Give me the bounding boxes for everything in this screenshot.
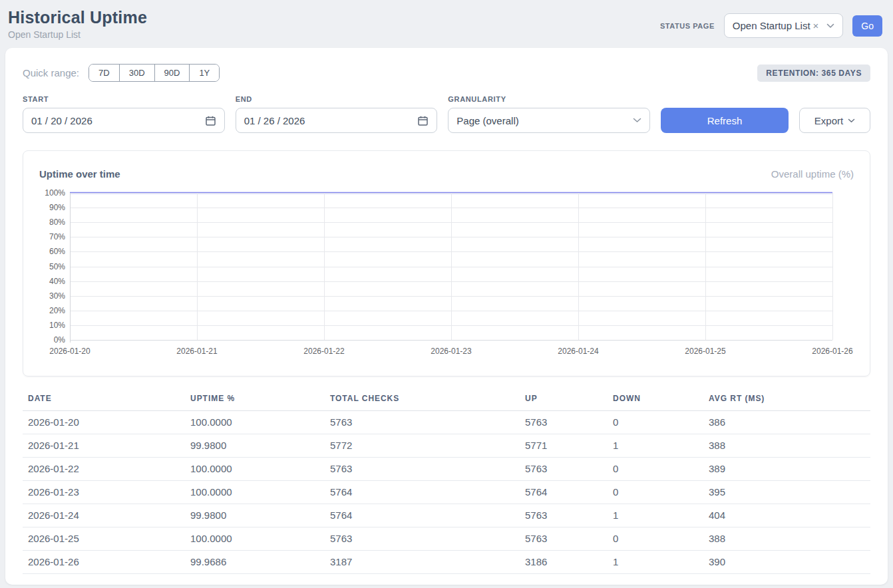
- chart-x-axis: 2026-01-202026-01-212026-01-222026-01-23…: [70, 344, 832, 360]
- table-cell: 5763: [520, 504, 608, 527]
- main-panel: Quick range: 7D30D90D1Y RETENTION: 365 D…: [5, 48, 888, 585]
- table-cell: 0: [608, 481, 703, 504]
- gridline-vertical: [578, 193, 579, 340]
- gridline-vertical: [70, 193, 71, 343]
- quick-range-7d-button[interactable]: 7D: [89, 65, 119, 81]
- status-page-select[interactable]: Open Startup List ×: [724, 13, 844, 38]
- x-axis-tick-label: 2026-01-26: [812, 347, 852, 356]
- table-row: 2026-01-23100.0000576457640395: [23, 481, 870, 504]
- table-header-row: DATEUPTIME %TOTAL CHECKSUPDOWNAVG RT (MS…: [23, 387, 870, 411]
- end-date-value: 01 / 26 / 2026: [244, 115, 418, 126]
- table-cell: 99.9686: [185, 551, 325, 574]
- quick-range-label: Quick range:: [23, 67, 79, 78]
- gridline-horizontal: [70, 340, 832, 341]
- y-axis-tick-label: 40%: [49, 277, 65, 286]
- calendar-icon[interactable]: [417, 115, 429, 126]
- quick-range-1y-button[interactable]: 1Y: [189, 65, 219, 81]
- table-column-header: UP: [520, 387, 608, 411]
- table-cell: 5764: [520, 481, 608, 504]
- table-cell: 5763: [325, 458, 520, 481]
- export-label: Export: [814, 115, 843, 126]
- table-cell: 0: [608, 527, 703, 551]
- x-axis-tick-label: 2026-01-23: [431, 347, 471, 356]
- chevron-down-icon: [826, 23, 834, 29]
- granularity-label: GRANULARITY: [448, 95, 650, 103]
- table-column-header: AVG RT (MS): [703, 387, 870, 411]
- quick-range-90d-button[interactable]: 90D: [154, 65, 190, 81]
- table-cell: 388: [703, 527, 870, 551]
- status-page-selected: Open Startup List: [733, 20, 810, 31]
- refresh-button[interactable]: Refresh: [661, 108, 789, 133]
- table-cell: 1: [608, 434, 703, 458]
- y-axis-tick-label: 90%: [49, 203, 65, 212]
- table-cell: 2026-01-24: [23, 504, 185, 527]
- table-row: 2026-01-22100.0000576357630389: [23, 458, 870, 481]
- uptime-chart-card: Uptime over time Overall uptime (%) 100%…: [23, 150, 870, 376]
- chart-plot: 100%90%80%70%60%50%40%30%20%10%0%: [70, 193, 832, 340]
- table-cell: 5764: [325, 481, 520, 504]
- table-cell: 1: [608, 551, 703, 574]
- table-column-header: UPTIME %: [185, 387, 325, 411]
- table-cell: 388: [703, 434, 870, 458]
- y-axis-tick-label: 30%: [49, 291, 65, 301]
- export-button[interactable]: Export: [799, 108, 870, 133]
- y-axis-tick-label: 0%: [54, 335, 65, 345]
- table-cell: 2026-01-21: [23, 434, 185, 458]
- start-date-value: 01 / 20 / 2026: [31, 115, 205, 126]
- table-cell: 5763: [520, 411, 608, 434]
- quick-range-row: Quick range: 7D30D90D1Y RETENTION: 365 D…: [23, 64, 870, 82]
- granularity-select[interactable]: Page (overall): [448, 108, 650, 133]
- table-cell: 404: [703, 504, 870, 527]
- chevron-down-icon: [848, 118, 855, 123]
- end-label: END: [236, 95, 438, 103]
- y-axis-tick-label: 80%: [49, 218, 65, 227]
- table-cell: 0: [608, 458, 703, 481]
- table-cell: 395: [703, 481, 870, 504]
- y-axis-tick-label: 10%: [49, 321, 65, 330]
- uptime-table: DATEUPTIME %TOTAL CHECKSUPDOWNAVG RT (MS…: [23, 387, 870, 574]
- table-cell: 2026-01-23: [23, 481, 185, 504]
- y-axis-tick-label: 100%: [45, 188, 65, 198]
- table-cell: 2026-01-20: [23, 411, 185, 434]
- table-cell: 5772: [325, 434, 520, 458]
- table-row: 2026-01-25100.0000576357630388: [23, 527, 870, 551]
- start-label: START: [23, 95, 225, 103]
- granularity-value: Page (overall): [456, 115, 633, 126]
- chart-area: 100%90%80%70%60%50%40%30%20%10%0% 2026-0…: [70, 193, 832, 360]
- y-axis-tick-label: 60%: [49, 247, 65, 256]
- clear-icon[interactable]: ×: [813, 20, 819, 31]
- table-cell: 0: [608, 411, 703, 434]
- table-column-header: TOTAL CHECKS: [325, 387, 520, 411]
- table-row: 2026-01-2699.9686318731861390: [23, 551, 870, 574]
- y-axis-tick-label: 50%: [49, 262, 65, 271]
- y-axis-tick-label: 70%: [49, 232, 65, 241]
- table-cell: 100.0000: [185, 527, 325, 551]
- start-date-input[interactable]: 01 / 20 / 2026: [23, 108, 225, 133]
- table-cell: 5763: [520, 458, 608, 481]
- chart-title: Uptime over time: [39, 168, 120, 180]
- header-controls: STATUS PAGE Open Startup List × Go: [660, 13, 882, 38]
- calendar-icon[interactable]: [205, 115, 216, 126]
- table-cell: 3186: [520, 551, 608, 574]
- table-row: 2026-01-20100.0000576357630386: [23, 411, 870, 434]
- page-subtitle: Open Startup List: [8, 29, 147, 40]
- table-row: 2026-01-2499.9800576457631404: [23, 504, 870, 527]
- table-cell: 2026-01-26: [23, 551, 185, 574]
- table-cell: 5771: [520, 434, 608, 458]
- table-cell: 2026-01-25: [23, 527, 185, 551]
- table-cell: 100.0000: [185, 411, 325, 434]
- chevron-down-icon: [633, 118, 641, 123]
- table-body: 2026-01-20100.00005763576303862026-01-21…: [23, 411, 870, 574]
- granularity-field: GRANULARITY Page (overall): [448, 95, 650, 133]
- quick-range-30d-button[interactable]: 30D: [119, 65, 154, 81]
- table-column-header: DATE: [23, 387, 185, 411]
- go-button[interactable]: Go: [852, 15, 882, 37]
- table-cell: 5763: [325, 527, 520, 551]
- gridline-vertical: [451, 193, 452, 340]
- table-cell: 1: [608, 504, 703, 527]
- table-cell: 386: [703, 411, 870, 434]
- gridline-vertical: [705, 193, 706, 340]
- x-axis-tick-label: 2026-01-21: [176, 347, 217, 356]
- end-date-input[interactable]: 01 / 26 / 2026: [236, 108, 438, 133]
- x-axis-tick-label: 2026-01-22: [303, 347, 344, 356]
